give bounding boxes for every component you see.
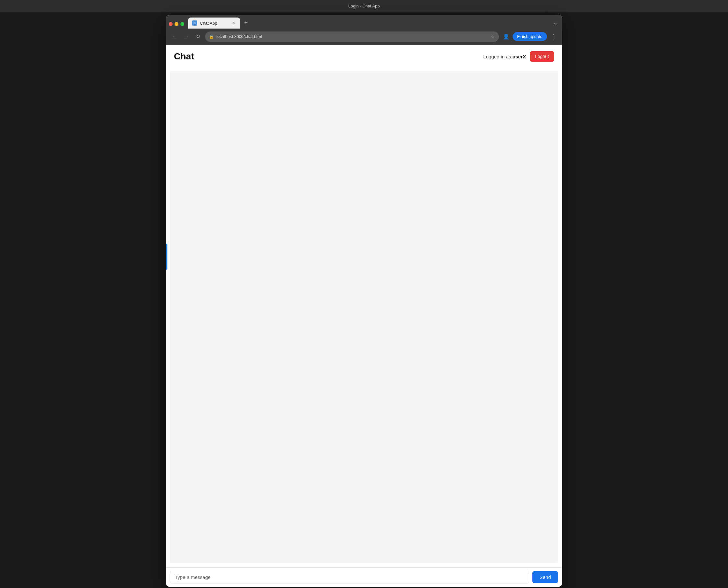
tab-favicon-letter: C [194, 21, 196, 25]
chevron-down-icon[interactable]: ⌄ [552, 19, 559, 27]
address-bar[interactable]: 🔒 localhost:3000/chat.html ☆ [205, 31, 499, 42]
browser-tabbar: C Chat App × + ⌄ [166, 15, 562, 28]
back-button[interactable]: ← [170, 32, 179, 41]
traffic-lights [169, 22, 184, 26]
browser-toolbar: ← → ↻ 🔒 localhost:3000/chat.html ☆ 👤 Fin… [166, 28, 562, 45]
header-right: Logged in as:userX Logout [483, 51, 554, 62]
tab-label: Chat App [200, 21, 229, 26]
traffic-light-yellow[interactable] [174, 22, 178, 26]
new-tab-button[interactable]: + [241, 18, 251, 27]
reload-button[interactable]: ↻ [193, 32, 202, 41]
back-icon: ← [172, 34, 177, 40]
account-button[interactable]: 👤 [501, 32, 511, 41]
lock-icon: 🔒 [209, 35, 214, 39]
send-button[interactable]: Send [532, 571, 558, 583]
forward-icon: → [184, 34, 189, 40]
traffic-light-red[interactable] [169, 22, 173, 26]
page-title: Chat [174, 51, 194, 62]
page-header: Chat Logged in as:userX Logout [166, 45, 562, 67]
os-title: Login - Chat App [348, 4, 380, 8]
account-icon: 👤 [503, 34, 509, 40]
logged-in-text: Logged in as:userX [483, 54, 526, 59]
bookmark-star-icon[interactable]: ☆ [491, 34, 495, 39]
logout-button[interactable]: Logout [530, 51, 554, 62]
os-titlebar: Login - Chat App [0, 0, 728, 12]
page-content: Chat Logged in as:userX Logout Send [166, 45, 562, 587]
message-input[interactable] [170, 571, 529, 584]
chat-messages-area [170, 71, 558, 563]
tabbar-right: ⌄ [552, 19, 559, 27]
message-input-row: Send [166, 567, 562, 587]
tab-close-button[interactable]: × [231, 20, 236, 26]
reload-icon: ↻ [196, 34, 200, 40]
forward-button[interactable]: → [182, 32, 191, 41]
toolbar-right: 👤 Finish update ⋮ [501, 32, 558, 41]
tab-favicon: C [192, 20, 197, 26]
traffic-light-green[interactable] [180, 22, 184, 26]
logged-in-username: userX [512, 54, 526, 59]
left-accent-bar [166, 244, 167, 270]
browser-tab-active[interactable]: C Chat App × [188, 18, 240, 28]
finish-update-button[interactable]: Finish update [513, 32, 547, 41]
browser-window: C Chat App × + ⌄ ← → ↻ 🔒 localhost:3000/… [166, 15, 562, 587]
browser-menu-button[interactable]: ⋮ [549, 32, 558, 41]
address-url: localhost:3000/chat.html [216, 34, 488, 39]
logged-in-prefix: Logged in as: [483, 54, 512, 59]
